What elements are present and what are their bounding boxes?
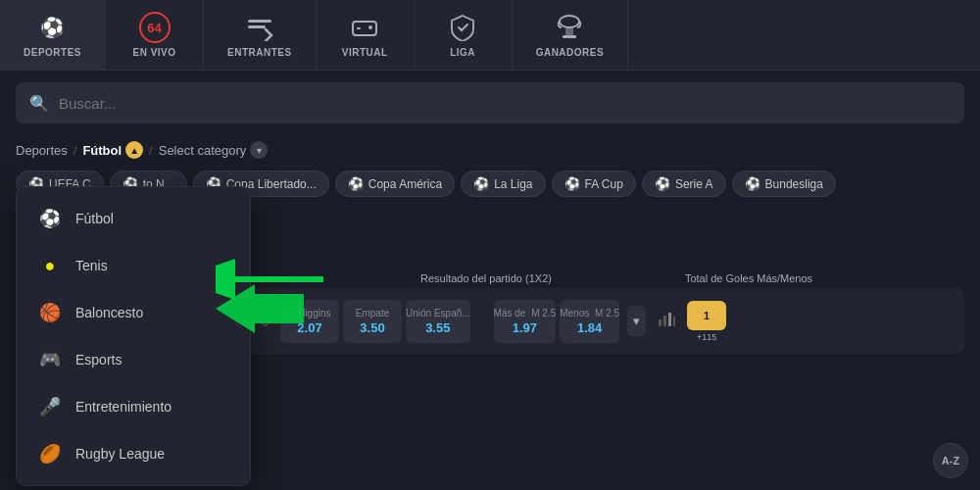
breadcrumb-select-cat[interactable]: Select category ▾ [159, 141, 269, 159]
envivo-label: EN VIVO [132, 47, 175, 58]
pill-icon-bundesliga: ⚽ [745, 176, 760, 191]
esports-icon: 🎮 [36, 346, 64, 373]
liga-icon [447, 12, 478, 43]
svg-rect-7 [563, 35, 576, 38]
goals-column-header: Total de Goles Más/Menos [621, 272, 876, 284]
breadcrumb: Deportes / Fútbol ▲ / Select category ▾ [0, 135, 980, 165]
svg-point-4 [368, 25, 372, 29]
more-odds-button[interactable]: 1 [687, 301, 726, 330]
nav-envivo[interactable]: 64 EN VIVO [106, 0, 204, 70]
expand-button[interactable]: ▾ [627, 306, 646, 336]
svg-rect-8 [659, 319, 662, 326]
pill-laliga[interactable]: ⚽ La Liga [461, 171, 545, 197]
more-count: +115 [697, 332, 716, 342]
ganadores-icon [554, 12, 585, 43]
dropdown-item-entretenimiento[interactable]: 🎤 Entretenimiento [17, 383, 250, 430]
deportes-label: DEPORTES [24, 47, 81, 58]
pill-icon-facup: ⚽ [564, 176, 580, 191]
result-column-header: Resultado del partido (1X2) [359, 272, 613, 284]
dropdown-item-esports[interactable]: 🎮 Esports [17, 336, 250, 383]
virtual-icon [349, 12, 380, 43]
baloncesto-icon: 🏀 [36, 299, 64, 326]
ganadores-label: GANADORES [536, 47, 605, 58]
nav-deportes[interactable]: ⚽ DEPORTES [0, 0, 106, 70]
dropdown-item-rugby[interactable]: 🏉 Rugby League [17, 430, 250, 477]
liga-label: LIGA [450, 47, 475, 58]
svg-point-5 [560, 16, 579, 27]
breadcrumb-sports[interactable]: Deportes [16, 143, 68, 158]
nav-entrantes[interactable]: ENTRANTES [204, 0, 317, 70]
svg-rect-6 [565, 27, 573, 35]
odds-away-button[interactable]: Unión Españ... 3.55 [406, 300, 470, 343]
nav-liga[interactable]: LIGA [415, 0, 513, 70]
dropdown-item-futbol[interactable]: ⚽ Fútbol [17, 195, 250, 242]
futbol-icon: ⚽ [36, 205, 64, 232]
odds-1x2-group: O'Higgins 2.07 Empate 3.50 Unión Españ..… [280, 300, 470, 343]
odds-goals-group: Más de M 2.5 1.97 Menos M 2.5 1.84 [494, 300, 619, 343]
svg-rect-1 [248, 25, 266, 28]
pill-facup[interactable]: ⚽ FA Cup [552, 171, 636, 197]
shield-icon: 🛡 [259, 314, 272, 329]
rugby-icon: 🏉 [36, 440, 64, 467]
breadcrumb-futbol[interactable]: Fútbol ▲ [82, 141, 143, 159]
nav-virtual[interactable]: VIRTUAL [317, 0, 415, 70]
chevron-down-icon[interactable]: ▾ [250, 141, 268, 159]
top-navigation: ⚽ DEPORTES 64 EN VIVO ENTRANTES VIRTUAL [0, 0, 980, 71]
search-input[interactable] [59, 95, 951, 112]
nav-ganadores[interactable]: GANADORES [513, 0, 629, 70]
pill-bundesliga[interactable]: ⚽ Bundesliga [732, 171, 836, 197]
svg-rect-3 [357, 27, 361, 29]
dropdown-item-baloncesto[interactable]: 🏀 Baloncesto [17, 289, 250, 336]
pill-icon-seriea: ⚽ [655, 176, 670, 191]
svg-rect-0 [248, 20, 271, 23]
dropdown-item-tenis[interactable]: ● Tenis [17, 242, 250, 289]
pill-copaamerica[interactable]: ⚽ Copa América [335, 171, 455, 197]
stats-icon[interactable] [654, 312, 679, 331]
chevron-up-icon[interactable]: ▲ [125, 141, 143, 159]
sports-dropdown: ⚽ Fútbol ● Tenis 🏀 Baloncesto 🎮 Esports … [16, 186, 251, 486]
entrantes-icon [244, 12, 275, 43]
envivo-icon: 64 [139, 12, 171, 43]
svg-rect-9 [663, 316, 666, 326]
search-icon: 🔍 [29, 94, 49, 113]
breadcrumb-sep2: / [149, 143, 153, 158]
pill-icon-laliga: ⚽ [473, 176, 489, 191]
svg-rect-11 [673, 317, 675, 326]
tenis-icon: ● [36, 252, 64, 279]
virtual-label: VIRTUAL [342, 47, 388, 58]
entretenimiento-icon: 🎤 [36, 393, 64, 420]
breadcrumb-sep1: / [74, 143, 77, 158]
odds-over-button[interactable]: Más de M 2.5 1.97 [494, 300, 557, 343]
pill-icon-copaamerica: ⚽ [348, 176, 364, 191]
az-sort-button[interactable]: A-Z [933, 443, 968, 478]
entrantes-label: ENTRANTES [227, 47, 292, 58]
odds-home-button[interactable]: O'Higgins 2.07 [280, 300, 339, 343]
search-bar: 🔍 [16, 82, 964, 123]
deportes-icon: ⚽ [37, 12, 69, 43]
svg-rect-10 [668, 313, 671, 326]
odds-draw-button[interactable]: Empate 3.50 [343, 300, 402, 343]
pill-seriea[interactable]: ⚽ Serie A [642, 171, 726, 197]
odds-under-button[interactable]: Menos M 2.5 1.84 [560, 300, 619, 343]
svg-rect-2 [353, 22, 376, 35]
